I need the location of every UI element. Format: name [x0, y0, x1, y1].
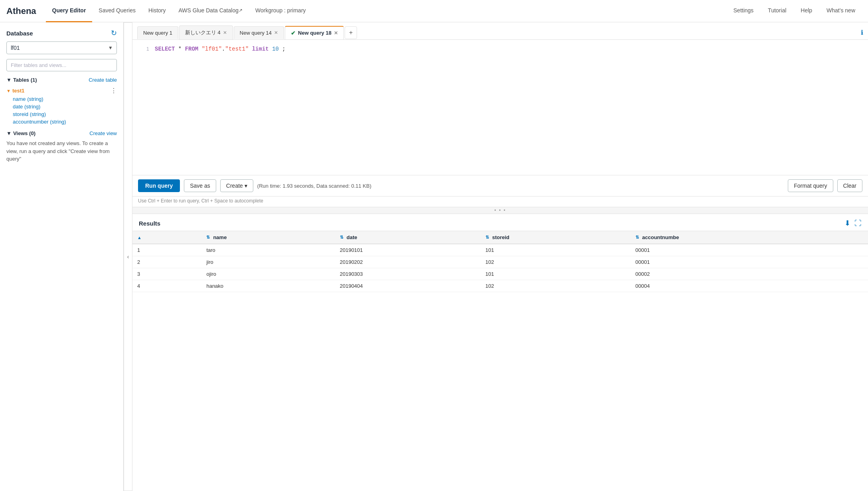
tables-section-header: ▼ Tables (1) Create table — [6, 77, 117, 83]
nav-history[interactable]: History — [142, 0, 172, 22]
download-icon[interactable]: ⬇ — [844, 219, 850, 228]
sort-icon: ⇅ — [340, 235, 343, 240]
table-row: 1 taro 20190101 101 00001 — [132, 244, 868, 256]
sort-icon: ⇅ — [206, 235, 210, 240]
nav-right: Settings Tutorial Help What's new — [727, 0, 862, 22]
table-chevron-icon: ▼ — [6, 88, 11, 93]
col-header-accountnumber[interactable]: ⇅ accountnumbe — [631, 231, 868, 244]
refresh-icon[interactable]: ↻ — [111, 29, 117, 37]
column-item-name[interactable]: name (string) — [13, 95, 117, 103]
cell-storeid: 102 — [481, 256, 631, 268]
code-limit-num: 10 — [272, 46, 279, 52]
tab-close-icon[interactable]: ✕ — [274, 30, 278, 35]
sort-icon: ⇅ — [485, 235, 489, 240]
save-as-button[interactable]: Save as — [184, 179, 216, 192]
nav-query-editor[interactable]: Query Editor — [46, 0, 93, 22]
sidebar: Database ↻ lf01 ▼ ▼ Tables (1) Create ta… — [0, 22, 124, 491]
tab-new-query-18[interactable]: ✔ New query 18 ✕ — [285, 26, 344, 39]
tables-section-title[interactable]: ▼ Tables (1) — [6, 77, 37, 83]
chevron-down-icon: ▾ — [245, 183, 247, 189]
tab-new-query-1[interactable]: New query 1 — [137, 26, 178, 39]
views-section-title[interactable]: ▼ Views (0) — [6, 130, 36, 136]
top-nav: Athena Query Editor Saved Queries Histor… — [0, 0, 868, 22]
table-row: 2 jiro 20190202 102 00001 — [132, 256, 868, 268]
cell-row-num: 3 — [132, 268, 201, 280]
nav-tutorial[interactable]: Tutorial — [761, 0, 793, 22]
col-header-row[interactable]: ▲ — [132, 231, 201, 244]
cell-row-num: 1 — [132, 244, 201, 256]
keyword-select: SELECT — [155, 46, 175, 52]
table-menu-icon[interactable]: ⋮ — [110, 87, 117, 94]
database-select[interactable]: lf01 — [6, 41, 117, 54]
sidebar-collapse-button[interactable]: ‹ — [124, 22, 132, 491]
main-layout: Database ↻ lf01 ▼ ▼ Tables (1) Create ta… — [0, 22, 868, 491]
cell-storeid: 101 — [481, 268, 631, 280]
tabs-bar: New query 1 新しいクエリ 4 ✕ New query 14 ✕ ✔ … — [132, 22, 868, 40]
column-item-date[interactable]: date (string) — [13, 103, 117, 110]
views-section-header: ▼ Views (0) Create view — [6, 130, 117, 136]
table-row: 3 ojiro 20190303 101 00002 — [132, 268, 868, 280]
results-title: Results — [139, 220, 160, 227]
filter-tables-input[interactable] — [6, 59, 117, 71]
sidebar-database-title: Database — [6, 30, 33, 37]
chevron-down-icon: ▼ — [6, 130, 12, 136]
run-query-button[interactable]: Run query — [138, 179, 180, 192]
cell-date: 20190303 — [335, 268, 481, 280]
column-item-accountnumber[interactable]: accountnumber (string) — [13, 118, 117, 126]
keyword-from: FROM — [185, 46, 202, 52]
nav-glue[interactable]: AWS Glue Data Catalog — [172, 0, 249, 22]
col-header-date[interactable]: ⇅ date — [335, 231, 481, 244]
column-item-storeid[interactable]: storeid (string) — [13, 110, 117, 118]
results-panel: Results ⬇ ⛶ ▲ — [132, 214, 868, 491]
table-name-test1: ▼ test1 — [6, 88, 24, 94]
nav-saved-queries[interactable]: Saved Queries — [92, 0, 142, 22]
cell-row-num: 2 — [132, 256, 201, 268]
add-tab-button[interactable]: + — [345, 26, 357, 39]
create-view-button[interactable]: Create view — [89, 130, 117, 136]
brand-logo: Athena — [6, 6, 36, 16]
database-select-wrapper: lf01 ▼ — [6, 41, 117, 54]
tab-close-icon[interactable]: ✕ — [334, 30, 338, 36]
nav-whats-new[interactable]: What's new — [820, 0, 862, 22]
nav-workgroup[interactable]: Workgroup : primary — [249, 0, 312, 22]
info-icon[interactable]: ℹ — [861, 29, 863, 36]
results-actions: ⬇ ⛶ — [844, 219, 862, 228]
cell-accountnumber: 00001 — [631, 244, 868, 256]
clear-button[interactable]: Clear — [837, 179, 862, 192]
nav-settings[interactable]: Settings — [727, 0, 760, 22]
chevron-down-icon: ▼ — [6, 77, 12, 83]
results-header: Results ⬇ ⛶ — [132, 214, 868, 231]
cell-name: taro — [201, 244, 335, 256]
column-list: name (string) date (string) storeid (str… — [13, 95, 117, 126]
cell-accountnumber: 00001 — [631, 256, 868, 268]
table-row: 4 hanako 20190404 102 00004 — [132, 280, 868, 292]
tab-new-query-14[interactable]: New query 14 ✕ — [234, 26, 284, 39]
resize-handle[interactable]: • • • — [132, 207, 868, 214]
tab-close-icon[interactable]: ✕ — [223, 30, 227, 35]
run-info-text: (Run time: 1.93 seconds, Data scanned: 0… — [257, 183, 784, 189]
expand-icon[interactable]: ⛶ — [854, 219, 862, 228]
col-header-name[interactable]: ⇅ name — [201, 231, 335, 244]
code-semicolon: ; — [282, 46, 285, 52]
cell-storeid: 102 — [481, 280, 631, 292]
cell-storeid: 101 — [481, 244, 631, 256]
code-editor[interactable]: 1 SELECT * FROM "lf01"."test1" limit 10 … — [132, 40, 868, 175]
nav-help[interactable]: Help — [794, 0, 819, 22]
tab-new-query-4[interactable]: 新しいクエリ 4 ✕ — [179, 26, 233, 39]
col-header-storeid[interactable]: ⇅ storeid — [481, 231, 631, 244]
views-empty-text: You have not created any views. To creat… — [6, 139, 117, 163]
editor-toolbar: Run query Save as Create ▾ (Run time: 1.… — [132, 175, 868, 196]
create-button[interactable]: Create ▾ — [220, 179, 253, 192]
success-dot-icon: ✔ — [291, 30, 296, 36]
cell-date: 20190404 — [335, 280, 481, 292]
cell-date: 20190101 — [335, 244, 481, 256]
format-query-button[interactable]: Format query — [788, 179, 833, 192]
results-tbody: 1 taro 20190101 101 00001 2 jiro 2019020… — [132, 244, 868, 292]
code-star: * — [178, 46, 185, 52]
create-table-button[interactable]: Create table — [89, 77, 117, 83]
table-item-test1[interactable]: ▼ test1 ⋮ — [6, 86, 117, 95]
sort-icon: ▲ — [137, 235, 142, 240]
resize-dots-icon: • • • — [494, 208, 506, 213]
cell-accountnumber: 00004 — [631, 280, 868, 292]
sidebar-database-header: Database ↻ — [6, 29, 117, 37]
